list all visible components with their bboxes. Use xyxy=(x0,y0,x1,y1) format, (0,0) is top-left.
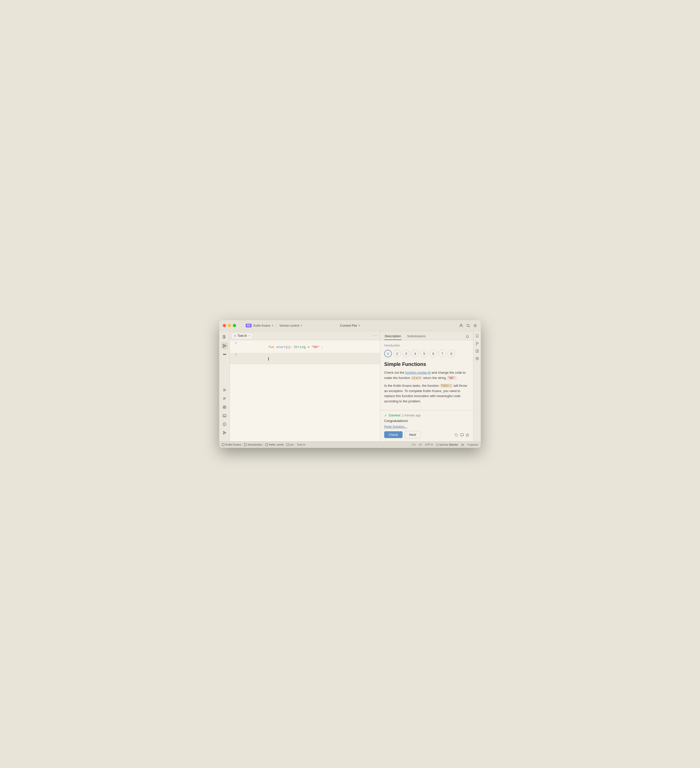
window-title-area[interactable]: Current File ▾ xyxy=(340,324,360,327)
titlebar-icons xyxy=(459,323,477,328)
sidebar-run-icon[interactable] xyxy=(221,387,228,394)
code-line-2: 2 xyxy=(230,353,380,365)
desc-p1-end: . xyxy=(456,376,457,380)
title-dropdown-arrow: ▾ xyxy=(358,324,360,327)
project-name: Kotlin Koans xyxy=(253,324,270,327)
tab-more-icon[interactable]: ⋯ xyxy=(371,333,379,338)
svg-point-22 xyxy=(223,433,224,434)
sidebar-terminal-icon[interactable] xyxy=(221,412,228,419)
task-pills: 1 2 3 4 5 6 7 8 xyxy=(384,350,469,357)
check-area: ✓ Correct 2 minutes ago Congratulations!… xyxy=(380,410,473,442)
line-number-1: 1 xyxy=(230,341,240,345)
svg-point-0 xyxy=(460,324,462,326)
task-title: Simple Functions xyxy=(384,362,469,367)
desc-code-start: start xyxy=(411,376,422,380)
svg-point-5 xyxy=(223,344,224,345)
edge-bookmark-icon[interactable] xyxy=(475,333,480,339)
task-description: Check out the function syntax and change… xyxy=(384,370,469,404)
star-icon[interactable] xyxy=(466,432,469,437)
breadcrumb-introduction[interactable]: Introduction xyxy=(248,443,262,446)
check-button[interactable]: Check xyxy=(384,431,403,438)
maximize-button[interactable] xyxy=(233,324,236,327)
svg-rect-29 xyxy=(222,443,224,446)
desc-code-todo: TODO() xyxy=(440,384,452,388)
next-button[interactable]: Next xyxy=(404,431,421,438)
edge-branch-icon[interactable] xyxy=(475,341,480,346)
sidebar-text-icon[interactable] xyxy=(221,395,228,402)
indent-label[interactable]: 4 spaces xyxy=(467,443,478,446)
svg-line-9 xyxy=(224,346,225,347)
tab-description[interactable]: Description xyxy=(384,333,401,340)
svg-point-12 xyxy=(225,354,226,355)
sidebar-item-files[interactable] xyxy=(221,334,228,341)
svg-point-6 xyxy=(225,345,226,346)
person-icon[interactable] xyxy=(459,323,463,328)
task-pill-1[interactable]: 1 xyxy=(384,350,392,357)
sidebar-item-more[interactable] xyxy=(221,351,228,358)
encoding[interactable]: UTF-8 xyxy=(425,443,433,446)
tabnine-label[interactable]: tabnine Starter xyxy=(436,443,458,446)
breadcrumb-src[interactable]: src xyxy=(290,443,294,446)
panel-content: Introduction 1 2 3 4 5 6 7 8 Simple Func… xyxy=(380,340,473,410)
settings-icon[interactable] xyxy=(473,323,477,328)
project-selector[interactable]: KK Kotlin Koans ▾ | Version control ▾ xyxy=(246,323,302,328)
svg-rect-24 xyxy=(460,434,463,436)
comment-icon[interactable] xyxy=(460,432,463,437)
desc-p1-after2: return the string xyxy=(422,376,447,380)
breadcrumb-taskkt[interactable]: Task.kt xyxy=(297,443,305,446)
action-icons xyxy=(455,432,469,437)
sidebar-play-icon[interactable] xyxy=(221,403,228,411)
breadcrumb-kotlinkoans[interactable]: Kotlin Koans xyxy=(225,443,241,446)
search-icon[interactable] xyxy=(466,323,470,328)
status-bar: Kotlin Koans › Introduction › Hello, wor… xyxy=(219,442,481,448)
code-editor[interactable]: 1 fun start(): String = "OK"⚠ 2 xyxy=(230,340,380,442)
tab-bar: kt Task.kt × ⋯ xyxy=(230,331,380,340)
tab-close-icon[interactable]: × xyxy=(249,334,250,337)
undo-icon[interactable] xyxy=(455,432,458,437)
code-lines: 1 fun start(): String = "OK"⚠ 2 xyxy=(230,340,380,365)
task-pill-3[interactable]: 3 xyxy=(402,350,410,357)
list-icon[interactable] xyxy=(461,443,464,446)
status-right: 2:1 LF UTF-8 tabnine Starter 4 spaces xyxy=(412,443,478,446)
separator: | xyxy=(276,323,277,328)
sidebar-git-icon[interactable] xyxy=(221,429,228,436)
task-pill-7[interactable]: 7 xyxy=(438,350,446,357)
task-pill-4[interactable]: 4 xyxy=(411,350,419,357)
task-pill-6[interactable]: 6 xyxy=(430,350,437,357)
minimize-button[interactable] xyxy=(228,324,231,327)
editor-area: kt Task.kt × ⋯ 1 fun start(): String = "… xyxy=(230,331,380,442)
line-ending[interactable]: LF xyxy=(419,443,422,446)
checkmark-icon: ✓ xyxy=(384,413,387,418)
cursor-position[interactable]: 2:1 xyxy=(412,443,416,446)
sidebar-info-icon[interactable] xyxy=(221,421,228,428)
breadcrumb: Kotlin Koans › Introduction › Hello, wor… xyxy=(222,443,305,446)
edge-cube-icon[interactable] xyxy=(475,356,480,362)
tab-name: Task.kt xyxy=(238,334,247,338)
task-pill-8[interactable]: 8 xyxy=(447,350,455,357)
kk-badge: KK xyxy=(246,324,252,327)
bell-icon[interactable] xyxy=(466,334,469,339)
sidebar-item-structure[interactable] xyxy=(221,342,228,349)
peek-solution-link[interactable]: Peek Solution... xyxy=(384,425,407,429)
panel-header-icons xyxy=(466,334,469,340)
svg-rect-31 xyxy=(265,443,268,446)
sidebar xyxy=(219,331,230,442)
svg-rect-17 xyxy=(223,414,226,417)
task-pill-5[interactable]: 5 xyxy=(420,350,428,357)
text-cursor xyxy=(268,357,269,361)
close-button[interactable] xyxy=(223,324,226,327)
tab-file-icon: kt xyxy=(234,334,237,337)
action-buttons: Check Next xyxy=(384,431,469,438)
breadcrumb-helloworld[interactable]: Hello, world xyxy=(269,443,283,446)
edge-book-icon[interactable] xyxy=(475,348,480,354)
function-name: start xyxy=(276,345,286,349)
line-number-2: 2 xyxy=(230,353,240,357)
task-pill-2[interactable]: 2 xyxy=(393,350,401,357)
project-dropdown-arrow: ▾ xyxy=(272,324,273,327)
editor-tab-task[interactable]: kt Task.kt × xyxy=(231,333,253,339)
tab-submissions[interactable]: Submissions xyxy=(407,333,426,340)
svg-point-1 xyxy=(467,325,469,326)
function-syntax-link[interactable]: function syntax xyxy=(405,371,427,374)
line-content-2 xyxy=(240,353,380,365)
svg-rect-32 xyxy=(287,443,289,446)
